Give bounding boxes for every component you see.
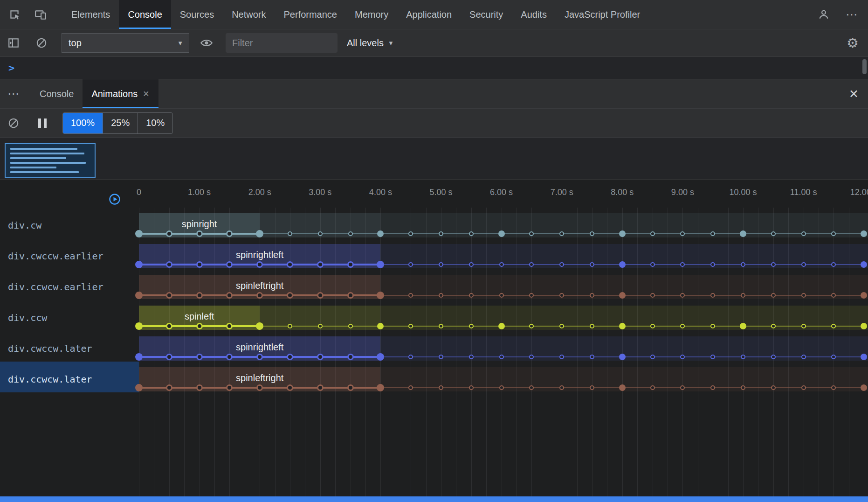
keyframe-dot[interactable] xyxy=(529,385,534,390)
keyframe-dot[interactable] xyxy=(226,230,233,237)
clear-animations-icon[interactable] xyxy=(6,115,21,131)
keyframe-dot[interactable] xyxy=(317,354,324,360)
keyframe-dot[interactable] xyxy=(226,261,233,268)
device-toolbar-icon[interactable] xyxy=(33,7,48,22)
keyframe-dot[interactable] xyxy=(590,385,594,390)
keyframe-dot[interactable] xyxy=(135,230,143,237)
keyframe-dot[interactable] xyxy=(439,355,443,359)
keyframe-dot[interactable] xyxy=(741,355,745,359)
keyframe-dot[interactable] xyxy=(439,231,443,236)
keyframe-dot[interactable] xyxy=(317,261,324,268)
keyframe-dot[interactable] xyxy=(741,385,745,390)
keyframe-dot[interactable] xyxy=(287,261,293,268)
keyframe-dot[interactable] xyxy=(499,355,504,359)
keyframe-dot[interactable] xyxy=(135,322,143,330)
keyframe-dot[interactable] xyxy=(801,385,806,390)
keyframe-dot[interactable] xyxy=(710,324,715,328)
tab-network[interactable]: Network xyxy=(223,0,275,29)
keyframe-dot[interactable] xyxy=(288,231,292,236)
keyframe-dot[interactable] xyxy=(650,262,655,267)
keyframe-dot[interactable] xyxy=(559,385,564,390)
tab-performance[interactable]: Performance xyxy=(275,0,346,29)
keyframe-dot[interactable] xyxy=(469,385,474,390)
clear-console-icon[interactable] xyxy=(34,35,49,51)
keyframe-dot[interactable] xyxy=(256,354,263,360)
keyframe-dot[interactable] xyxy=(710,293,715,298)
keyframe-dot[interactable] xyxy=(861,354,867,360)
keyframe-dot[interactable] xyxy=(619,292,626,299)
keyframe-dot[interactable] xyxy=(317,292,324,299)
close-tab-icon[interactable]: ✕ xyxy=(143,89,149,99)
keyframe-dot[interactable] xyxy=(408,385,413,390)
keyframe-dot[interactable] xyxy=(166,354,172,360)
keyframe-dot[interactable] xyxy=(771,355,776,359)
keyframe-dot[interactable] xyxy=(861,261,867,268)
keyframe-dot[interactable] xyxy=(861,384,867,391)
keyframe-dot[interactable] xyxy=(771,262,776,267)
inspect-element-icon[interactable] xyxy=(7,7,22,22)
keyframe-dot[interactable] xyxy=(619,261,626,268)
keyframe-dot[interactable] xyxy=(256,230,263,237)
keyframe-dot[interactable] xyxy=(377,353,384,361)
keyframe-dot[interactable] xyxy=(469,231,474,236)
keyframe-dot[interactable] xyxy=(680,324,685,328)
user-icon[interactable] xyxy=(816,7,832,22)
keyframe-dot[interactable] xyxy=(801,231,806,236)
log-levels-dropdown[interactable]: All levels ▼ xyxy=(347,38,394,49)
keyframe-dot[interactable] xyxy=(861,323,867,329)
speed-button-10-[interactable]: 10% xyxy=(138,113,172,133)
keyframe-dot[interactable] xyxy=(650,293,655,298)
keyframe-dot[interactable] xyxy=(529,262,534,267)
keyframe-dot[interactable] xyxy=(196,292,203,299)
tab-security[interactable]: Security xyxy=(461,0,512,29)
keyframe-dot[interactable] xyxy=(226,384,233,391)
keyframe-dot[interactable] xyxy=(287,354,293,360)
keyframe-dot[interactable] xyxy=(256,261,263,268)
eye-icon[interactable] xyxy=(199,35,214,51)
keyframe-dot[interactable] xyxy=(771,231,776,236)
drawer-tab-animations[interactable]: Animations✕ xyxy=(83,79,158,108)
keyframe-dot[interactable] xyxy=(710,355,715,359)
timeline-scrubber-area[interactable]: 01.00 s2.00 s3.00 s4.00 s5.00 s6.00 s7.0… xyxy=(0,180,868,208)
keyframe-dot[interactable] xyxy=(348,231,353,236)
keyframe-dot[interactable] xyxy=(650,324,655,328)
keyframe-dot[interactable] xyxy=(831,231,836,236)
tab-application[interactable]: Application xyxy=(397,0,461,29)
keyframe-dot[interactable] xyxy=(801,355,806,359)
keyframe-dot[interactable] xyxy=(801,324,806,328)
tab-javascript-profiler[interactable]: JavaScript Profiler xyxy=(556,0,649,29)
keyframe-dot[interactable] xyxy=(439,262,443,267)
keyframe-dot[interactable] xyxy=(196,323,203,329)
keyframe-dot[interactable] xyxy=(135,353,143,361)
keyframe-dot[interactable] xyxy=(831,262,836,267)
keyframe-dot[interactable] xyxy=(680,355,685,359)
keyframe-dot[interactable] xyxy=(469,293,474,298)
keyframe-dot[interactable] xyxy=(771,385,776,390)
tab-console[interactable]: Console xyxy=(119,0,171,29)
keyframe-dot[interactable] xyxy=(741,293,745,298)
keyframe-dot[interactable] xyxy=(196,261,203,268)
keyframe-dot[interactable] xyxy=(408,355,413,359)
keyframe-dot[interactable] xyxy=(559,324,564,328)
keyframe-dot[interactable] xyxy=(680,231,685,236)
settings-gear-icon[interactable]: ⚙ xyxy=(847,36,859,50)
keyframe-dot[interactable] xyxy=(256,322,263,330)
keyframe-dot[interactable] xyxy=(135,261,143,268)
keyframe-dot[interactable] xyxy=(377,292,384,299)
keyframe-dot[interactable] xyxy=(499,262,504,267)
tab-memory[interactable]: Memory xyxy=(346,0,397,29)
keyframe-dot[interactable] xyxy=(861,230,867,237)
keyframe-dot[interactable] xyxy=(348,324,353,328)
close-drawer-icon[interactable]: ✕ xyxy=(849,87,859,101)
keyframe-dot[interactable] xyxy=(861,292,867,299)
keyframe-dot[interactable] xyxy=(498,323,505,329)
keyframe-dot[interactable] xyxy=(771,324,776,328)
keyframe-dot[interactable] xyxy=(318,324,323,328)
keyframe-dot[interactable] xyxy=(226,323,233,329)
tab-sources[interactable]: Sources xyxy=(171,0,223,29)
keyframe-dot[interactable] xyxy=(256,384,263,391)
keyframe-dot[interactable] xyxy=(680,262,685,267)
keyframe-dot[interactable] xyxy=(741,262,745,267)
keyframe-dot[interactable] xyxy=(439,385,443,390)
keyframe-dot[interactable] xyxy=(619,354,626,360)
